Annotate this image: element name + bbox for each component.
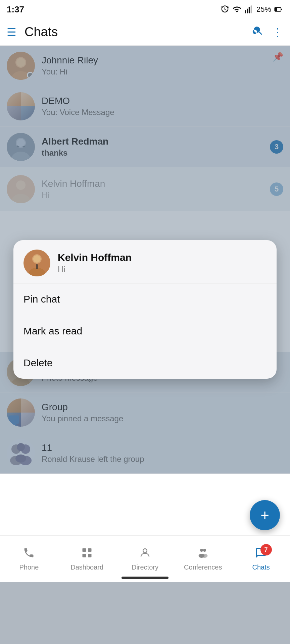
nav-label-dashboard: Dashboard (70, 564, 103, 571)
svg-rect-23 (36, 264, 38, 269)
delete-option[interactable]: Delete (13, 347, 277, 379)
page-title: Chats (25, 25, 244, 39)
status-bar: 1:37 25% (0, 0, 290, 19)
context-header: Kelvin Hoffman Hi (13, 240, 277, 283)
battery-icon (274, 5, 283, 14)
fab-button[interactable]: + (250, 500, 280, 530)
top-bar: ☰ Chats ⋮ (0, 19, 290, 46)
context-name: Kelvin Hoffman (58, 252, 132, 263)
pin-chat-option[interactable]: Pin chat (13, 283, 277, 315)
battery-percent: 25% (256, 5, 271, 14)
svg-rect-3 (251, 5, 252, 13)
chat-list: Johnnie Riley You: Hi 📌 DEMO You: Voice … (0, 46, 290, 474)
wifi-icon (232, 5, 242, 14)
nav-label-conferences: Conferences (184, 564, 222, 571)
svg-rect-1 (247, 9, 248, 13)
menu-button[interactable]: ☰ (7, 26, 16, 39)
svg-rect-2 (249, 7, 250, 13)
svg-point-43 (203, 549, 206, 552)
context-contact-info: Kelvin Hoffman Hi (58, 252, 132, 274)
home-indicator (122, 577, 168, 579)
status-icons: 25% (220, 5, 283, 14)
chats-badge: 7 (260, 544, 272, 555)
more-button[interactable]: ⋮ (272, 25, 283, 39)
svg-rect-5 (275, 8, 277, 11)
alarm-icon (220, 5, 230, 14)
svg-point-22 (33, 255, 41, 263)
context-menu: Kelvin Hoffman Hi Pin chat Mark as read … (13, 240, 277, 379)
nav-label-chats: Chats (252, 564, 270, 571)
nav-item-dashboard[interactable]: Dashboard (58, 547, 116, 571)
conferences-icon (197, 547, 209, 561)
nav-label-directory: Directory (132, 564, 158, 571)
bottom-nav: Phone Dashboard Directory (0, 535, 290, 582)
phone-icon (23, 547, 35, 561)
svg-point-42 (200, 549, 203, 552)
context-avatar (23, 250, 50, 276)
directory-icon (139, 547, 151, 561)
dashboard-icon (81, 547, 93, 561)
svg-rect-39 (88, 554, 92, 557)
mark-read-option[interactable]: Mark as read (13, 315, 277, 347)
svg-rect-36 (83, 548, 86, 552)
context-preview: Hi (58, 265, 132, 274)
signal-icon (244, 5, 254, 14)
nav-item-chats[interactable]: 7 Chats (232, 547, 290, 571)
svg-rect-0 (245, 10, 246, 13)
nav-item-conferences[interactable]: Conferences (174, 547, 232, 571)
status-time: 1:37 (7, 4, 24, 15)
nav-item-phone[interactable]: Phone (0, 547, 58, 571)
nav-item-directory[interactable]: Directory (116, 547, 174, 571)
svg-point-45 (201, 554, 207, 558)
svg-rect-6 (281, 9, 282, 10)
svg-point-41 (143, 549, 147, 553)
svg-rect-37 (88, 548, 92, 552)
svg-rect-38 (83, 554, 86, 557)
chat-list-container: Johnnie Riley You: Hi 📌 DEMO You: Voice … (0, 46, 290, 582)
search-button[interactable] (252, 25, 264, 39)
nav-label-phone: Phone (19, 564, 39, 571)
